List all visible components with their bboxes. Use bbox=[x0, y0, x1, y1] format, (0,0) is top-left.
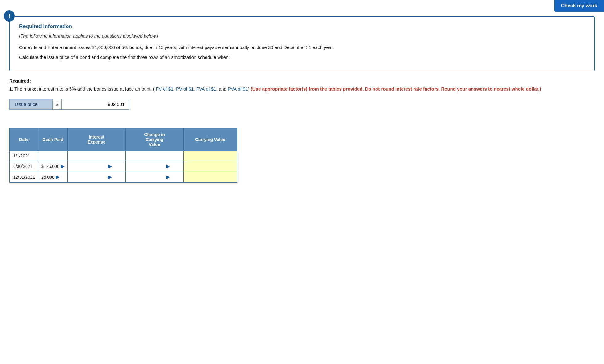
fv-link[interactable]: FV of $1 bbox=[156, 86, 173, 91]
carrying-value-cell[interactable] bbox=[183, 172, 237, 182]
info-box-paragraph2: Calculate the issue price of a bond and … bbox=[19, 54, 585, 61]
col-header-interest-expense: InterestExpense bbox=[67, 128, 125, 151]
issue-price-input[interactable] bbox=[61, 99, 129, 110]
info-box-subtitle: [The following information applies to th… bbox=[19, 33, 585, 40]
cash-paid-value: 25,000 bbox=[46, 164, 59, 169]
info-icon: ! bbox=[4, 10, 15, 22]
cash-paid-cell[interactable]: $ 25,000 ▶ bbox=[38, 161, 68, 172]
col-header-carrying-value: Carrying Value bbox=[183, 128, 237, 151]
carrying-value-input-3[interactable] bbox=[187, 175, 234, 180]
interest-expense-input-3[interactable] bbox=[71, 175, 107, 179]
cash-paid-value: 25,000 bbox=[41, 175, 55, 180]
amortization-table: Date Cash Paid InterestExpense Change in… bbox=[9, 128, 237, 183]
pva-link[interactable]: PVA of $1 bbox=[228, 86, 248, 91]
carrying-value-cell[interactable] bbox=[183, 151, 237, 161]
issue-price-label: Issue price bbox=[9, 99, 52, 110]
date-cell: 1/1/2021 bbox=[10, 151, 38, 161]
table-row: 12/31/2021 25,000 ▶ ▶ ▶ bbox=[10, 172, 237, 182]
cash-paid-cell[interactable]: 25,000 ▶ bbox=[38, 172, 68, 182]
question-text: The market interest rate is 5% and the b… bbox=[14, 86, 154, 91]
interest-expense-input-2[interactable] bbox=[71, 164, 107, 168]
arrow-icon: ▶ bbox=[61, 164, 64, 169]
col-header-date: Date bbox=[10, 128, 38, 151]
arrow-icon: ▶ bbox=[166, 164, 170, 169]
carrying-value-input-2[interactable] bbox=[187, 164, 234, 169]
issue-price-dollar-sign: $ bbox=[52, 99, 61, 110]
arrow-icon: ▶ bbox=[56, 174, 59, 180]
carrying-value-input-1[interactable] bbox=[187, 154, 234, 158]
table-row: 1/1/2021 bbox=[10, 151, 237, 161]
change-carrying-cell[interactable]: ▶ bbox=[125, 172, 183, 182]
col-header-cash-paid: Cash Paid bbox=[38, 128, 68, 151]
info-box-paragraph1: Coney Island Entertainment issues $1,000… bbox=[19, 44, 585, 51]
arrow-icon: ▶ bbox=[166, 174, 170, 180]
fva-link[interactable]: FVA of $1 bbox=[196, 86, 216, 91]
issue-price-row: Issue price $ bbox=[9, 99, 595, 110]
interest-expense-cell[interactable]: ▶ bbox=[67, 161, 125, 172]
change-carrying-cell[interactable]: ▶ bbox=[125, 161, 183, 172]
carrying-value-cell[interactable] bbox=[183, 161, 237, 172]
arrow-icon: ▶ bbox=[108, 164, 112, 169]
table-row: 6/30/2021 $ 25,000 ▶ ▶ ▶ bbox=[10, 161, 237, 172]
pv-link[interactable]: PV of $1 bbox=[176, 86, 194, 91]
interest-expense-cell[interactable]: ▶ bbox=[67, 172, 125, 182]
required-label: Required: bbox=[9, 78, 595, 83]
arrow-icon: ▶ bbox=[108, 174, 112, 180]
change-carrying-cell bbox=[125, 151, 183, 161]
date-cell: 6/30/2021 bbox=[10, 161, 38, 172]
cash-paid-cell bbox=[38, 151, 68, 161]
interest-expense-cell bbox=[67, 151, 125, 161]
check-my-work-button[interactable]: Check my work bbox=[554, 0, 604, 12]
info-box-title: Required information bbox=[19, 23, 585, 30]
change-carrying-input-2[interactable] bbox=[129, 164, 165, 168]
required-section: Required: 1. The market interest rate is… bbox=[9, 78, 595, 93]
required-text: 1. The market interest rate is 5% and th… bbox=[9, 85, 595, 93]
info-box: ! Required information [The following in… bbox=[9, 16, 595, 71]
red-instruction: (Use appropriate factor(s) from the tabl… bbox=[251, 86, 541, 91]
date-cell: 12/31/2021 bbox=[10, 172, 38, 182]
dollar-icon: $ bbox=[41, 164, 44, 169]
col-header-change-carrying: Change inCarryingValue bbox=[125, 128, 183, 151]
change-carrying-input-3[interactable] bbox=[129, 175, 165, 179]
question-number: 1. bbox=[9, 86, 13, 91]
